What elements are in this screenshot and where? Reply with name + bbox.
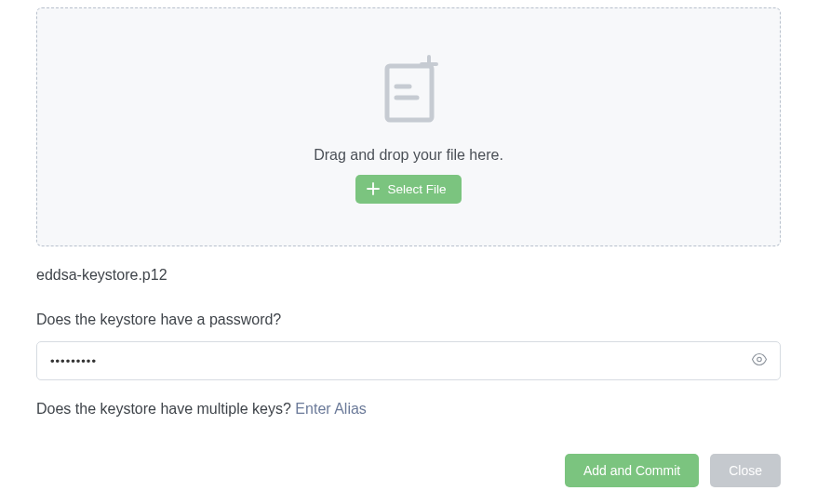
svg-point-1 bbox=[757, 357, 762, 362]
password-label: Does the keystore have a password? bbox=[36, 312, 781, 328]
file-add-icon bbox=[372, 51, 445, 130]
dialog-footer: Add and Commit Close bbox=[565, 454, 781, 487]
uploaded-filename: eddsa-keystore.p12 bbox=[36, 267, 781, 284]
toggle-password-visibility-icon[interactable] bbox=[751, 351, 768, 371]
plus-icon bbox=[367, 182, 380, 195]
multiple-keys-row: Does the keystore have multiple keys? En… bbox=[36, 401, 781, 418]
select-file-label: Select File bbox=[387, 182, 446, 196]
file-dropzone[interactable]: Drag and drop your file here. Select Fil… bbox=[36, 7, 781, 246]
enter-alias-link[interactable]: Enter Alias bbox=[295, 401, 366, 417]
multiple-keys-question: Does the keystore have multiple keys? bbox=[36, 401, 295, 417]
keystore-password-input[interactable] bbox=[36, 341, 781, 380]
select-file-button[interactable]: Select File bbox=[355, 175, 461, 204]
close-button[interactable]: Close bbox=[710, 454, 781, 487]
add-and-commit-button[interactable]: Add and Commit bbox=[565, 454, 699, 487]
svg-rect-0 bbox=[387, 66, 432, 120]
dropzone-text: Drag and drop your file here. bbox=[314, 147, 503, 164]
